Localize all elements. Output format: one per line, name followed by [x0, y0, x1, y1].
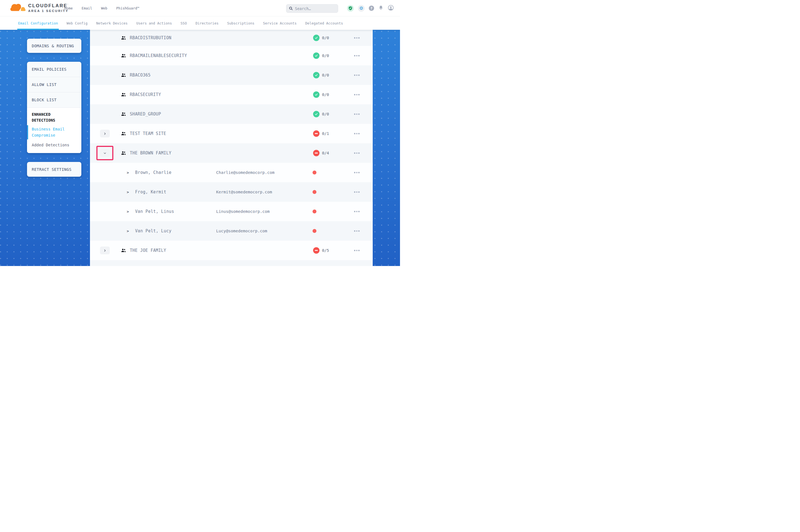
search-input[interactable]: [295, 6, 335, 11]
row-menu-button[interactable]: [353, 36, 361, 40]
brand-line1: CLOUDFLARE’: [28, 3, 69, 8]
account-icon[interactable]: [388, 5, 394, 12]
nav-item-web[interactable]: Web: [101, 6, 108, 10]
chevron-right-icon[interactable]: >: [127, 171, 129, 175]
group-name: TEST TEAM SITE: [130, 131, 166, 136]
table-row-test-team-site: TEST TEAM SITE0/1: [90, 124, 373, 143]
group-name: THE BROWN FAMILY: [130, 151, 171, 155]
status-badge-minus: [313, 247, 320, 254]
status-dot-red: [312, 210, 316, 213]
member-count: 0/1: [322, 131, 329, 136]
row-menu-button[interactable]: [353, 229, 361, 233]
nav-item-home[interactable]: Home: [64, 6, 73, 10]
nav-item-email[interactable]: Email: [81, 6, 92, 10]
sidebar-section-enhanced-detections[interactable]: ENHANCED DETECTIONS Business Email Compr…: [27, 108, 81, 153]
group-name: RBACDISTRUBUTION: [130, 35, 171, 40]
search-box[interactable]: [286, 4, 338, 13]
retract-settings-label: RETRACT SETTINGS: [32, 167, 72, 172]
tab-delegated-accounts[interactable]: Delegated Accounts: [305, 16, 343, 30]
row-menu-button[interactable]: [353, 171, 361, 174]
top-nav: HomeEmailWebPhishGuard™: [64, 0, 139, 16]
member-email: Kermit@somedemocorp.com: [216, 190, 272, 194]
member-count: 0/0: [322, 36, 329, 40]
group-icon: [121, 151, 126, 155]
status-badge-check: [313, 53, 320, 59]
tab-service-accounts[interactable]: Service Accounts: [263, 16, 296, 30]
sidebar-item-business-email-compromise[interactable]: Business Email Compromise: [32, 126, 71, 138]
group-icon: [121, 248, 126, 253]
member-count: 0/0: [322, 53, 329, 58]
sidebar-card-domains-routing[interactable]: DOMAINS & ROUTING: [27, 39, 81, 53]
row-menu-button[interactable]: [353, 74, 361, 77]
table-row-rbaco365: RBACO3650/0: [90, 65, 373, 85]
tab-web-config[interactable]: Web Config: [67, 16, 88, 30]
status-dot-red: [312, 229, 316, 233]
nav-item-phishguard[interactable]: PhishGuard™: [116, 6, 139, 10]
status-badge-minus: [313, 150, 320, 156]
member-count: 0/0: [322, 73, 329, 77]
status-dot-red: [312, 190, 316, 194]
group-icon: [121, 92, 126, 97]
chevron-right-icon[interactable]: >: [127, 229, 129, 233]
bell-icon[interactable]: [378, 5, 384, 12]
help-icon[interactable]: ?: [369, 5, 374, 11]
chevron-right-icon[interactable]: >: [127, 210, 129, 214]
member-name: Brown, Charlie: [135, 170, 171, 175]
sidebar-item-email-policies[interactable]: EMAIL POLICIES: [27, 62, 81, 77]
member-email: Linus@somedemocorp.com: [216, 209, 270, 214]
row-menu-button[interactable]: [353, 54, 361, 58]
status-badge-check: [313, 35, 320, 41]
tabs-bar: Email ConfigurationWeb ConfigNetwork Dev…: [0, 16, 400, 30]
expand-toggle-test-team-site[interactable]: [100, 130, 110, 137]
search-icon: [289, 6, 293, 11]
app-header: CLOUDFLARE’ AREA 1 SECURITY HomeEmailWeb…: [0, 0, 400, 16]
tab-directories[interactable]: Directories: [196, 16, 219, 30]
brand-line2: AREA 1 SECURITY: [28, 9, 69, 13]
member-count: 0/0: [322, 112, 329, 116]
member-count: 0/4: [322, 151, 329, 155]
table-row-partial: [90, 260, 373, 266]
table-row-van-pelt-linus: >Van Pelt, LinusLinus@somedemocorp.com: [90, 202, 373, 221]
member-count: 0/0: [322, 92, 329, 97]
cloudflare-logo[interactable]: CLOUDFLARE’ AREA 1 SECURITY: [8, 2, 69, 13]
row-menu-button[interactable]: [353, 249, 361, 252]
sidebar-item-added-detections[interactable]: Added Detections: [32, 142, 71, 148]
expand-toggle-the-joe-family[interactable]: [100, 247, 110, 254]
status-badge-check: [313, 92, 320, 98]
group-name: RBACSECURITY: [130, 92, 161, 97]
row-menu-button[interactable]: [353, 93, 361, 97]
groups-table: RBACDISTRUBUTION0/0RBACMAILENABLESECURIT…: [90, 30, 373, 266]
group-name: RBACO365: [130, 73, 151, 78]
chevron-right-icon[interactable]: >: [127, 190, 129, 194]
table-row-rbacdistrubution: RBACDISTRUBUTION0/0: [90, 30, 373, 46]
table-row-the-brown-family: THE BROWN FAMILY0/4: [90, 143, 373, 163]
status-dot-red: [312, 171, 316, 174]
member-name: Van Pelt, Lucy: [135, 228, 171, 233]
tab-email-configuration[interactable]: Email Configuration: [18, 16, 58, 30]
group-icon: [121, 53, 126, 58]
status-badge-check: [313, 72, 320, 78]
table-row-the-joe-family: THE JOE FAMILY0/5: [90, 241, 373, 260]
tab-subscriptions[interactable]: Subscriptions: [227, 16, 254, 30]
table-row-rbacmailenablesecurity: RBACMAILENABLESECURITY0/0: [90, 46, 373, 65]
shield-check-icon[interactable]: [347, 5, 354, 12]
tab-network-devices[interactable]: Network Devices: [96, 16, 128, 30]
group-icon: [121, 131, 126, 136]
tab-users-and-actions[interactable]: Users and Actions: [136, 16, 172, 30]
member-email: Charlie@somedemocorp.com: [216, 170, 275, 175]
row-menu-button[interactable]: [353, 190, 361, 194]
sidebar-card-retract-settings[interactable]: RETRACT SETTINGS: [27, 162, 81, 177]
row-menu-button[interactable]: [353, 151, 361, 155]
collapse-toggle-the-brown-family[interactable]: [100, 149, 110, 157]
row-menu-button[interactable]: [353, 210, 361, 213]
row-menu-button[interactable]: [353, 132, 361, 135]
tab-sso[interactable]: SSO: [181, 16, 187, 30]
table-row-van-pelt-lucy: >Van Pelt, LucyLucy@somedemocorp.com: [90, 221, 373, 241]
gear-icon[interactable]: ⚙: [358, 5, 365, 12]
status-badge-minus: [313, 131, 320, 137]
sidebar-item-allow-list[interactable]: ALLOW LIST: [27, 77, 81, 92]
row-menu-button[interactable]: [353, 112, 361, 116]
member-email: Lucy@somedemocorp.com: [216, 229, 267, 233]
table-row-rbacsecurity: RBACSECURITY0/0: [90, 85, 373, 104]
sidebar-item-block-list[interactable]: BLOCK LIST: [27, 92, 81, 108]
